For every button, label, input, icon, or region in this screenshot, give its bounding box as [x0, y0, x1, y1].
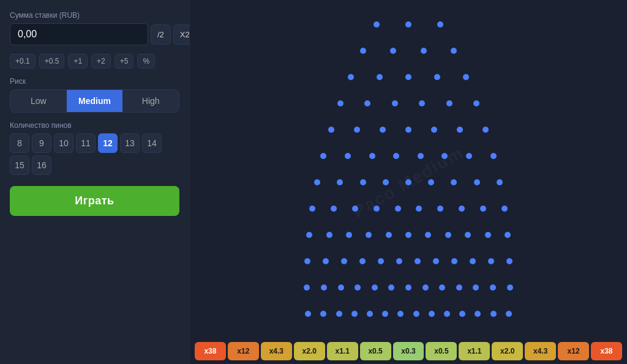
multiplier-cell: x4.3	[525, 342, 556, 360]
pin	[416, 206, 422, 212]
pin	[485, 232, 491, 238]
multiplier-cell: x2.0	[294, 342, 325, 360]
risk-button-low[interactable]: Low	[10, 90, 67, 112]
pin	[490, 284, 496, 291]
pin	[488, 258, 494, 264]
pin	[434, 74, 440, 80]
pin	[377, 74, 383, 80]
pin-section: Количество пинов 8910111213141516	[10, 121, 179, 175]
pin	[309, 206, 315, 212]
pin	[444, 311, 450, 317]
pin	[372, 284, 378, 291]
pin	[354, 127, 360, 133]
pin	[351, 311, 358, 317]
pin	[348, 74, 354, 80]
risk-button-high[interactable]: High	[122, 90, 179, 112]
multiplier-cell: x4.3	[261, 342, 292, 360]
pin	[314, 179, 320, 185]
pin-button-16[interactable]: 16	[32, 155, 51, 175]
quick-amount-button[interactable]: +1	[68, 54, 88, 69]
bet-section: Сумма ставки (RUB) /2 X2	[10, 11, 179, 45]
pin-button-15[interactable]: 15	[10, 155, 29, 175]
quick-amount-button[interactable]: +0.1	[10, 54, 36, 69]
pin	[465, 232, 471, 238]
pins-area	[190, 6, 627, 330]
pin	[405, 179, 411, 185]
quick-amount-button[interactable]: %	[137, 54, 155, 69]
left-panel: Сумма ставки (RUB) /2 X2 +0.1+0.5+1+2+5%…	[0, 0, 190, 364]
multiplier-cell: x0.5	[360, 342, 391, 360]
pin-row	[327, 100, 490, 106]
quick-amount-button[interactable]: +2	[91, 54, 111, 69]
pin	[456, 284, 462, 291]
bet-input[interactable]	[10, 23, 148, 45]
quick-amounts: +0.1+0.5+1+2+5%	[10, 54, 179, 69]
pin	[439, 284, 445, 291]
pin-button-13[interactable]: 13	[120, 133, 140, 153]
pin-button-12[interactable]: 12	[98, 133, 118, 153]
pin-row	[312, 153, 506, 159]
multiplier-cell: x38	[591, 342, 622, 360]
pin	[441, 153, 448, 159]
pin-button-14[interactable]: 14	[142, 133, 162, 153]
pin	[364, 100, 370, 106]
pin-row	[337, 74, 480, 80]
multiplier-cell: x12	[228, 342, 259, 360]
pin-row	[302, 206, 515, 212]
pin	[304, 258, 310, 264]
pin	[328, 127, 334, 133]
pin	[437, 206, 443, 212]
pin	[466, 153, 472, 159]
pin	[507, 284, 513, 291]
risk-button-medium[interactable]: Medium	[67, 90, 123, 112]
pin	[388, 284, 394, 291]
pin	[337, 179, 343, 185]
right-panel: Paco Medium x38x12x4.3x2.0x1.1x0.5x0.3x0…	[190, 0, 627, 364]
pin	[326, 232, 332, 238]
pin	[306, 232, 312, 238]
pin	[359, 258, 366, 264]
pin	[425, 232, 431, 238]
pin	[497, 179, 503, 185]
quick-amount-button[interactable]: +5	[115, 54, 134, 69]
pin	[459, 206, 465, 212]
pin	[345, 153, 351, 159]
pin	[418, 153, 424, 159]
pin	[433, 258, 439, 264]
pin	[490, 153, 497, 159]
pin	[367, 311, 373, 317]
pin	[395, 206, 401, 212]
pin	[380, 127, 386, 133]
pin-button-8[interactable]: 8	[10, 133, 29, 153]
multiplier-cell: x2.0	[492, 342, 523, 360]
pin-row	[298, 258, 519, 264]
pin	[501, 206, 508, 212]
pin	[451, 48, 457, 54]
pin	[331, 206, 337, 212]
pin	[374, 206, 380, 212]
pin	[396, 258, 402, 264]
pin-button-11[interactable]: 11	[76, 133, 96, 153]
pin-button-9[interactable]: 9	[32, 133, 51, 153]
play-button[interactable]: Играть	[10, 186, 179, 216]
pin-row	[301, 311, 517, 317]
pin	[422, 284, 429, 291]
pin-button-10[interactable]: 10	[54, 133, 73, 153]
pin	[386, 232, 392, 238]
pin-row	[318, 127, 498, 133]
pin	[451, 258, 457, 264]
pin	[305, 311, 311, 317]
pin	[475, 311, 481, 317]
multiplier-cell: x1.1	[459, 342, 490, 360]
bet-label: Сумма ставки (RUB)	[10, 11, 179, 20]
pin-row	[306, 179, 511, 185]
half-button[interactable]: /2	[151, 24, 171, 45]
multiplier-cell: x38	[195, 342, 226, 360]
pin	[470, 258, 476, 264]
pin	[506, 311, 512, 317]
quick-amount-button[interactable]: +0.5	[39, 54, 65, 69]
multiplier-cell: x1.1	[327, 342, 358, 360]
pin	[429, 311, 435, 317]
pin	[336, 311, 342, 317]
pin	[431, 127, 437, 133]
